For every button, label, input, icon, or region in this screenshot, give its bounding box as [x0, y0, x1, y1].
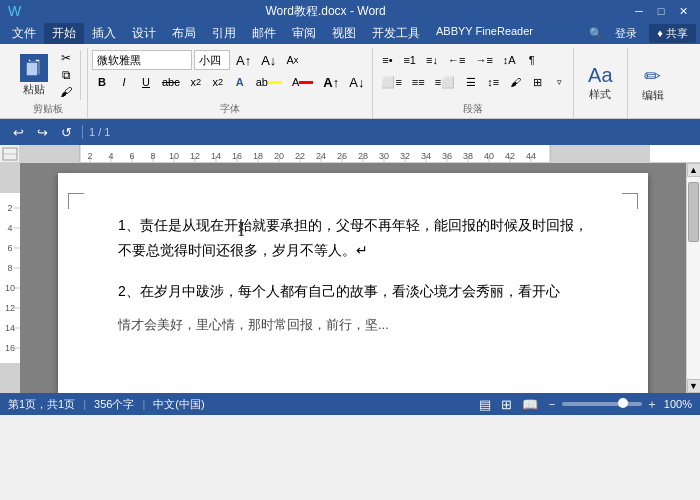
styles-button[interactable]: Aa 样式	[580, 60, 620, 106]
scroll-down-arrow[interactable]: ▼	[687, 379, 701, 393]
scroll-track[interactable]	[687, 177, 700, 379]
zoom-slider[interactable]	[562, 402, 642, 406]
para-expand-button[interactable]: ▿	[549, 72, 569, 92]
italic-button[interactable]: I	[114, 72, 134, 92]
menu-references[interactable]: 引用	[204, 23, 244, 44]
svg-text:2: 2	[7, 203, 12, 213]
menu-review[interactable]: 审阅	[284, 23, 324, 44]
paragraph-2[interactable]: 2、在岁月中跋涉，每个人都有自己的故事，看淡心境才会秀丽，看开心	[118, 279, 588, 304]
view-btn-3[interactable]: 📖	[520, 397, 540, 412]
numbering-button[interactable]: ≡1	[399, 50, 420, 70]
document-scroll[interactable]: I 1、责任是从现在开始就要承担的，父母不再年轻，能回报的时候及时回报，不要总觉…	[20, 163, 686, 393]
ruler-area: 2 4 6 8 10 12 14 16 18 20 22 24 26 28 30…	[0, 145, 700, 163]
editing-button[interactable]: ✏ 编辑	[634, 60, 672, 107]
redo-button[interactable]: ↪	[32, 122, 52, 142]
paragraph-1[interactable]: 1、责任是从现在开始就要承担的，父母不再年轻，能回报的时候及时回报，不要总觉得时…	[118, 213, 588, 263]
page-info: 第1页，共1页	[8, 397, 75, 412]
line-spacing-button[interactable]: ↕≡	[483, 72, 503, 92]
subscript-button[interactable]: x2	[186, 72, 206, 92]
bullets-button[interactable]: ≡•	[377, 50, 397, 70]
repeat-button[interactable]: ↺	[56, 122, 76, 142]
menu-mailings[interactable]: 邮件	[244, 23, 284, 44]
view-btn-2[interactable]: ⊞	[499, 397, 514, 412]
svg-text:12: 12	[5, 303, 15, 313]
cut-button[interactable]: ✂	[56, 50, 76, 66]
menu-bar: 文件 开始 插入 设计 布局 引用 邮件 审阅 视图 开发工具 ABBYY Fi…	[0, 22, 700, 44]
undo-button[interactable]: ↩	[8, 122, 28, 142]
justify-button[interactable]: ☰	[461, 72, 481, 92]
zoom-slider-thumb[interactable]	[618, 398, 628, 408]
font-controls: 微软雅黑 小四 A↑ A↓ Ax B I U abc x2 x2 A ab	[92, 50, 368, 100]
menu-abbyy[interactable]: ABBYY FineReader	[428, 23, 541, 44]
paragraph-controls: ≡• ≡1 ≡↓ ←≡ →≡ ↕A ¶ ⬜≡ ≡≡ ≡⬜ ☰ ↕≡ 🖌 ⊞ ▿	[377, 50, 569, 100]
svg-rect-5	[20, 145, 80, 162]
paragraph-group: ≡• ≡1 ≡↓ ←≡ →≡ ↕A ¶ ⬜≡ ≡≡ ≡⬜ ☰ ↕≡ 🖌 ⊞ ▿	[373, 48, 574, 118]
borders-button[interactable]: ⊞	[527, 72, 547, 92]
font-color-button[interactable]: A	[288, 72, 317, 92]
align-right-button[interactable]: ≡⬜	[431, 72, 459, 92]
grow-font-button[interactable]: A↑	[232, 50, 255, 70]
ribbon: 粘贴 ✂ ⧉ 🖌 剪贴板 微软雅黑 小四 A↑ A↓ Ax	[0, 44, 700, 119]
superscript-button[interactable]: x2	[208, 72, 228, 92]
clear-format-button[interactable]: Ax	[282, 50, 302, 70]
menu-developer[interactable]: 开发工具	[364, 23, 428, 44]
font-color-up-button[interactable]: A↑	[319, 72, 343, 92]
paste-button[interactable]: 粘贴	[16, 52, 52, 99]
align-center-button[interactable]: ≡≡	[408, 72, 429, 92]
menu-file[interactable]: 文件	[4, 23, 44, 44]
font-group: 微软雅黑 小四 A↑ A↓ Ax B I U abc x2 x2 A ab	[88, 48, 373, 118]
sort-button[interactable]: ↕A	[499, 50, 520, 70]
zoom-minus[interactable]: －	[546, 396, 558, 413]
menu-view[interactable]: 视图	[324, 23, 364, 44]
scroll-up-arrow[interactable]: ▲	[687, 163, 701, 177]
shrink-font-button[interactable]: A↓	[257, 50, 280, 70]
font-row2: B I U abc x2 x2 A ab A A↑ A↓	[92, 72, 368, 92]
title-text: Word教程.docx - Word	[21, 3, 630, 20]
zoom-plus[interactable]: ＋	[646, 396, 658, 413]
text-effects-button[interactable]: A	[230, 72, 250, 92]
align-left-button[interactable]: ⬜≡	[377, 72, 405, 92]
decrease-indent-button[interactable]: ←≡	[444, 50, 469, 70]
close-button[interactable]: ✕	[674, 3, 692, 19]
scroll-thumb[interactable]	[688, 182, 699, 242]
language-info: 中文(中国)	[153, 397, 204, 412]
copy-button[interactable]: ⧉	[56, 67, 76, 83]
multilevel-button[interactable]: ≡↓	[422, 50, 442, 70]
paragraph-1-text: 1、责任是从现在开始就要承担的，父母不再年轻，能回报的时候及时回报，不要总觉得时…	[118, 217, 588, 258]
document-content[interactable]: 1、责任是从现在开始就要承担的，父母不再年轻，能回报的时候及时回报，不要总觉得时…	[118, 213, 588, 336]
shading-button[interactable]: 🖌	[505, 72, 525, 92]
format-painter-button[interactable]: 🖌	[56, 84, 76, 100]
document-page[interactable]: I 1、责任是从现在开始就要承担的，父母不再年轻，能回报的时候及时回报，不要总觉…	[58, 173, 648, 393]
menu-design[interactable]: 设计	[124, 23, 164, 44]
vertical-scrollbar[interactable]: ▲ ▼	[686, 163, 700, 393]
ruler-corner[interactable]	[0, 145, 20, 162]
menu-home[interactable]: 开始	[44, 23, 84, 44]
font-size-down-button[interactable]: A↓	[345, 72, 368, 92]
share-button[interactable]: ♦ 共享	[649, 24, 696, 43]
increase-indent-button[interactable]: →≡	[471, 50, 496, 70]
view-btn-1[interactable]: ▤	[477, 397, 493, 412]
horizontal-ruler: 2 4 6 8 10 12 14 16 18 20 22 24 26 28 30…	[20, 145, 700, 162]
underline-button[interactable]: U	[136, 72, 156, 92]
status-sep2: |	[142, 398, 145, 410]
show-formatting-button[interactable]: ¶	[522, 50, 542, 70]
para-row2: ⬜≡ ≡≡ ≡⬜ ☰ ↕≡ 🖌 ⊞ ▿	[377, 72, 569, 92]
paragraph-label: 段落	[377, 100, 569, 116]
bold-button[interactable]: B	[92, 72, 112, 92]
menu-layout[interactable]: 布局	[164, 23, 204, 44]
zoom-control[interactable]: － ＋	[546, 396, 658, 413]
corner-tr	[622, 193, 638, 209]
paste-label: 粘贴	[23, 82, 45, 97]
vertical-ruler: 2 4 6 8 10 12 14 16	[0, 163, 20, 393]
maximize-button[interactable]: □	[652, 3, 670, 19]
svg-text:16: 16	[5, 343, 15, 353]
font-size-dropdown[interactable]: 小四	[194, 50, 230, 70]
zoom-level[interactable]: 100%	[664, 398, 692, 410]
login-button[interactable]: 登录	[609, 25, 643, 42]
highlight-color-button[interactable]: ab	[252, 72, 286, 92]
page-number-label: 1 / 1	[89, 126, 110, 138]
menu-insert[interactable]: 插入	[84, 23, 124, 44]
minimize-button[interactable]: ─	[630, 3, 648, 19]
strikethrough-button[interactable]: abc	[158, 72, 184, 92]
font-name-dropdown[interactable]: 微软雅黑	[92, 50, 192, 70]
